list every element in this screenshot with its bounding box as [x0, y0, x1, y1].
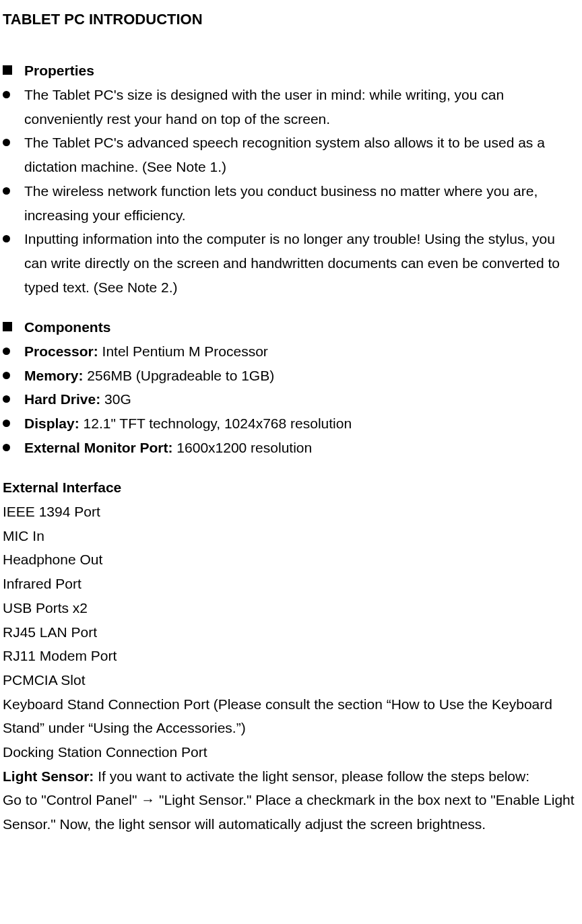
list-item: The wireless network function lets you c…: [3, 179, 579, 227]
bullet-icon: [3, 420, 10, 427]
document-title: TABLET PC INTRODUCTION: [3, 7, 579, 32]
component-value: Intel Pentium M Processor: [98, 343, 268, 359]
bullet-icon: [3, 395, 10, 403]
instructions-line: Go to "Control Panel" → "Light Sensor." …: [3, 788, 579, 836]
interface-line: Docking Station Connection Port: [3, 740, 579, 764]
item-text: Hard Drive: 30G: [24, 387, 579, 411]
interface-line: RJ45 LAN Port: [3, 620, 579, 645]
external-interface-heading: External Interface: [3, 475, 579, 500]
interface-line: PCMCIA Slot: [3, 668, 579, 692]
properties-list: The Tablet PC's size is designed with th…: [3, 83, 579, 299]
component-label: External Monitor Port:: [24, 440, 173, 455]
bullet-icon: [3, 139, 10, 146]
bullet-icon: [3, 444, 10, 451]
component-label: Display:: [24, 416, 79, 431]
list-item: Memory: 256MB (Upgradeable to 1GB): [3, 364, 579, 388]
list-item: Inputting information into the computer …: [3, 227, 579, 299]
bullet-icon: [3, 372, 10, 379]
item-text: Display: 12.1" TFT technology, 1024x768 …: [24, 411, 579, 436]
component-label: Memory:: [24, 368, 84, 383]
item-text: Inputting information into the computer …: [24, 227, 579, 299]
item-text: Memory: 256MB (Upgradeable to 1GB): [24, 364, 579, 388]
interface-line: Headphone Out: [3, 548, 579, 572]
list-item: Hard Drive: 30G: [3, 387, 579, 411]
bullet-icon: [3, 348, 10, 355]
interface-line: Keyboard Stand Connection Port (Please c…: [3, 692, 579, 740]
component-label: Processor:: [24, 343, 98, 359]
component-value: 1600x1200 resolution: [173, 440, 313, 455]
component-value: 256MB (Upgradeable to 1GB): [84, 368, 275, 383]
item-text: The wireless network function lets you c…: [24, 179, 579, 227]
interface-line: Infrared Port: [3, 572, 579, 596]
list-item: Processor: Intel Pentium M Processor: [3, 339, 579, 364]
interface-line: USB Ports x2: [3, 596, 579, 620]
light-sensor-label: Light Sensor:: [3, 768, 94, 784]
square-bullet-icon: [3, 322, 12, 331]
component-value: 12.1" TFT technology, 1024x768 resolutio…: [79, 416, 352, 431]
item-text: The Tablet PC's size is designed with th…: [24, 83, 579, 131]
item-text: The Tablet PC's advanced speech recognit…: [24, 131, 579, 178]
component-value: 30G: [100, 391, 131, 407]
external-interface-section: External Interface IEEE 1394 Port MIC In…: [3, 475, 579, 836]
properties-section: Properties The Tablet PC's size is desig…: [3, 59, 579, 299]
properties-heading: Properties: [24, 59, 94, 83]
item-text: Processor: Intel Pentium M Processor: [24, 339, 579, 364]
light-sensor-line: Light Sensor: If you want to activate th…: [3, 764, 579, 789]
list-item: The Tablet PC's advanced speech recognit…: [3, 131, 579, 178]
bullet-icon: [3, 91, 10, 98]
light-sensor-text: If you want to activate the light sensor…: [94, 768, 529, 784]
components-heading: Components: [24, 315, 110, 339]
bullet-icon: [3, 235, 10, 242]
list-item: External Monitor Port: 1600x1200 resolut…: [3, 436, 579, 460]
interface-line: IEEE 1394 Port: [3, 500, 579, 524]
component-label: Hard Drive:: [24, 391, 100, 407]
interface-line: MIC In: [3, 524, 579, 548]
list-item: Display: 12.1" TFT technology, 1024x768 …: [3, 411, 579, 436]
components-list: Processor: Intel Pentium M Processor Mem…: [3, 339, 579, 459]
square-bullet-icon: [3, 65, 12, 75]
bullet-icon: [3, 187, 10, 195]
item-text: External Monitor Port: 1600x1200 resolut…: [24, 436, 579, 460]
components-section: Components Processor: Intel Pentium M Pr…: [3, 315, 579, 459]
list-item: The Tablet PC's size is designed with th…: [3, 83, 579, 131]
interface-line: RJ11 Modem Port: [3, 644, 579, 668]
